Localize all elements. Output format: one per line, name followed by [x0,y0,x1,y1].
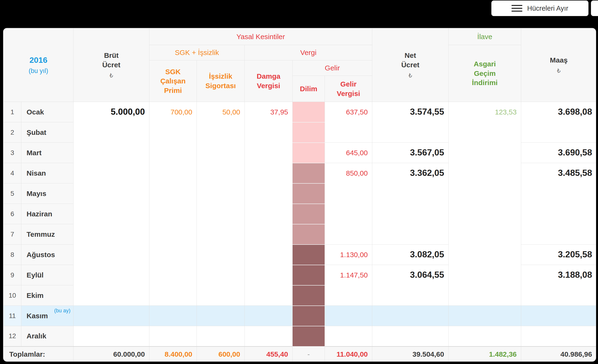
dilim-cell[interactable] [293,204,325,224]
net-ucret-cell[interactable]: 3.574,55 [372,102,448,143]
header-issizlik-sigortasi: İşsizlik Sigortası [197,60,245,102]
row-number-cell[interactable]: 1 [4,102,21,122]
table-row-aralik: 12 Aralık [4,326,596,347]
month-cell[interactable]: Ağustos [21,244,74,265]
month-cell[interactable]: Aralık [21,326,74,347]
dilim-cell[interactable] [293,143,325,163]
net-ucret-cell[interactable] [372,306,448,326]
net-ucret-cell[interactable]: 3.064,55 [372,265,448,306]
header-dilim: Dilim [293,76,325,102]
row-number-cell[interactable]: 4 [4,163,21,183]
header-vergi: Vergi [245,45,372,60]
dilim-cell[interactable] [293,183,325,204]
month-cell[interactable]: Şubat [21,122,74,143]
month-cell[interactable]: Mayıs [21,183,74,204]
issizlik-sigortasi-cell[interactable] [197,326,245,347]
dilim-cell[interactable] [293,306,325,326]
net-ucret-cell[interactable]: 3.082,05 [372,244,448,265]
maas-cell[interactable]: 3.205,58 [521,244,596,265]
totals-net: 39.504,60 [372,347,448,362]
net-ucret-cell[interactable]: 3.567,05 [372,143,448,163]
agi-cell[interactable] [448,326,521,347]
gelir-vergisi-cell[interactable] [325,326,372,347]
header-brut-ucret: Brüt Ücret ₺ [74,28,150,102]
header-ilave: İlave [448,28,521,45]
gelir-vergisi-cell[interactable]: 645,00 [325,143,372,163]
agi-cell[interactable] [448,306,521,326]
row-number-cell[interactable]: 9 [4,265,21,285]
header-yasal-kesintiler: Yasal Kesintiler [150,28,372,45]
dilim-cell[interactable] [293,102,325,122]
gelir-vergisi-cell[interactable]: 637,50 [325,102,372,143]
month-cell[interactable]: Mart [21,143,74,163]
month-cell[interactable]: Ocak [21,102,74,122]
maas-cell[interactable]: 3.690,58 [521,143,596,163]
table-row-kasim-current: 11 Kasım (bu ay) [4,306,596,326]
header-net-ucret: Net Ücret ₺ [372,28,448,102]
row-number-cell[interactable]: 11 [4,306,21,326]
totals-row: Toplamlar: 60.000,00 8.400,00 600,00 455… [4,347,596,362]
month-cell[interactable]: Temmuz [21,224,74,244]
sgk-calisan-primi-cell[interactable] [150,306,197,326]
salary-table-card: 2016 (bu yıl) Brüt Ücret ₺ Yasal Kesinti… [3,28,596,362]
gelir-vergisi-cell[interactable]: 1.147,50 [325,265,372,306]
lira-icon: ₺ [74,72,149,79]
dilim-cell[interactable] [293,244,325,265]
brut-ucret-cell[interactable] [74,306,150,326]
row-number-cell[interactable]: 3 [4,143,21,163]
row-number-cell[interactable]: 10 [4,285,21,306]
damga-vergisi-cell[interactable] [245,306,293,326]
row-number-cell[interactable]: 12 [4,326,21,347]
dilim-cell[interactable] [293,265,325,285]
sgk-calisan-primi-cell[interactable]: 700,00 [150,102,197,306]
month-cell[interactable]: Kasım (bu ay) [21,306,74,326]
maas-cell[interactable]: 3.485,58 [521,163,596,244]
maas-cell[interactable]: 3.698,08 [521,102,596,143]
damga-vergisi-cell[interactable]: 37,95 [245,102,293,306]
maas-cell[interactable]: 3.188,08 [521,265,596,306]
dilim-cell[interactable] [293,326,325,347]
damga-vergisi-cell[interactable] [245,326,293,347]
totals-damga: 455,40 [245,347,293,362]
dilim-cell[interactable] [293,122,325,143]
gelir-vergisi-cell[interactable]: 850,00 [325,163,372,244]
row-number-cell[interactable]: 7 [4,224,21,244]
totals-label: Toplamlar: [4,347,74,362]
net-ucret-cell[interactable] [372,326,448,347]
brut-ucret-cell[interactable] [74,326,150,347]
maas-cell[interactable] [521,326,596,347]
hamburger-icon [511,3,522,14]
header-agi: Asgari Geçim İndirimi [448,45,521,102]
sgk-calisan-primi-cell[interactable] [150,326,197,347]
row-number-cell[interactable]: 8 [4,244,21,265]
month-cell[interactable]: Nisan [21,163,74,183]
issizlik-sigortasi-cell[interactable] [197,306,245,326]
month-cell[interactable]: Haziran [21,204,74,224]
agi-cell[interactable]: 123,53 [448,102,521,306]
totals-dilim-dash: - [293,347,325,362]
gelir-vergisi-cell[interactable] [325,306,372,326]
month-cell[interactable]: Eylül [21,265,74,285]
dilim-cell[interactable] [293,224,325,244]
unmerge-cells-button[interactable]: Hücreleri Ayır [491,0,589,16]
dilim-cell[interactable] [293,285,325,306]
dilim-cell[interactable] [293,163,325,183]
totals-sgk: 8.400,00 [150,347,197,362]
issizlik-sigortasi-cell[interactable]: 50,00 [197,102,245,306]
header-damga-vergisi: Damga Vergisi [245,60,293,102]
maas-cell[interactable] [521,306,596,326]
row-number-cell[interactable]: 6 [4,204,21,224]
unmerge-cells-button-label: Hücreleri Ayır [527,5,568,12]
year-note: (bu yıl) [4,67,73,75]
partial-button[interactable] [591,0,598,16]
totals-maas: 40.986,96 [521,347,596,362]
table-row-ocak: 1 Ocak 5.000,00 700,00 50,00 37,95 637,5… [4,102,596,122]
totals-agi: 1.482,36 [448,347,521,362]
brut-ucret-cell[interactable]: 5.000,00 [74,102,150,306]
month-cell[interactable]: Ekim [21,285,74,306]
row-number-cell[interactable]: 2 [4,122,21,143]
net-ucret-cell[interactable]: 3.362,05 [372,163,448,244]
totals-issizlik: 600,00 [197,347,245,362]
gelir-vergisi-cell[interactable]: 1.130,00 [325,244,372,265]
row-number-cell[interactable]: 5 [4,183,21,204]
